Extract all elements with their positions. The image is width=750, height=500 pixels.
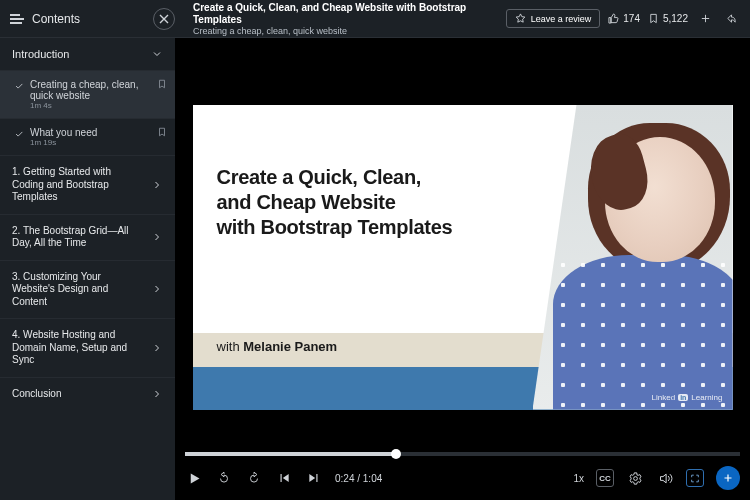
fullscreen-button[interactable] [686,469,704,487]
chevron-right-icon [151,283,163,295]
section-label: Introduction [12,48,69,60]
bookmark-icon[interactable] [157,79,167,89]
chapter-item[interactable]: 1. Getting Started with Coding and Boots… [0,155,175,214]
instructor-photo [533,105,733,410]
add-note-button[interactable] [716,466,740,490]
captions-button[interactable]: CC [596,469,614,487]
video-slide: Create a Quick, Clean, and Cheap Website… [193,105,733,410]
playback-speed[interactable]: 1x [573,473,584,484]
skip-forward-icon [307,471,321,485]
share-icon [726,13,737,24]
lesson-duration: 1m 4s [30,101,151,110]
chapter-item[interactable]: 2. The Bootstrap Grid—All Day, All the T… [0,214,175,260]
check-icon [14,129,24,139]
bookmark-icon[interactable] [157,127,167,137]
previous-button[interactable] [275,469,293,487]
rewind-icon [217,471,231,485]
star-icon [515,13,526,24]
cc-icon: CC [599,474,611,483]
forward-10-button[interactable] [245,469,263,487]
contents-label: Contents [32,12,80,26]
lesson-item[interactable]: Creating a cheap, clean, quick website 1… [0,70,175,118]
review-label: Leave a review [531,14,592,24]
section-introduction[interactable]: Introduction [0,38,175,70]
slide-title: Create a Quick, Clean, and Cheap Website… [217,165,517,240]
lesson-duration: 1m 19s [30,138,151,147]
add-button[interactable] [696,10,714,28]
linkedin-learning-badge: LinkedinLearning [652,393,723,402]
contents-toggle[interactable] [10,14,24,24]
chevron-right-icon [151,231,163,243]
lesson-item[interactable]: What you need 1m 19s [0,118,175,155]
likes-count[interactable]: 174 [608,13,640,24]
chevron-right-icon [151,342,163,354]
lesson-title: What you need [30,127,151,138]
leave-review-button[interactable]: Leave a review [506,9,601,28]
chapter-item[interactable]: 4. Website Hosting and Domain Name, Setu… [0,318,175,377]
instructor-line: with Melanie Panem [217,339,338,354]
lesson-title: Creating a cheap, clean, quick website [30,79,151,101]
saves-count[interactable]: 5,122 [648,13,688,24]
chapter-title: 1. Getting Started with Coding and Boots… [12,166,151,204]
rewind-10-button[interactable] [215,469,233,487]
chapter-title: 3. Customizing Your Website's Design and… [12,271,151,309]
chapter-title: 2. The Bootstrap Grid—All Day, All the T… [12,225,151,250]
volume-icon [658,471,673,486]
close-icon [159,14,169,24]
svg-point-0 [633,476,637,480]
chevron-right-icon [151,179,163,191]
chapter-item[interactable]: Conclusion [0,377,175,411]
play-button[interactable] [185,469,203,487]
video-area[interactable]: Create a Quick, Clean, and Cheap Website… [175,38,750,450]
share-button[interactable] [722,10,740,28]
gear-icon [628,471,643,486]
chapter-item[interactable]: 3. Customizing Your Website's Design and… [0,260,175,319]
like-icon [608,13,619,24]
next-button[interactable] [305,469,323,487]
play-icon [187,471,202,486]
fullscreen-icon [690,471,700,486]
progress-bar[interactable] [185,452,740,456]
chevron-right-icon [151,388,163,400]
volume-button[interactable] [656,469,674,487]
skip-back-icon [277,471,291,485]
plus-icon [722,472,734,484]
plus-icon [700,13,711,24]
check-icon [14,81,24,91]
forward-icon [247,471,261,485]
chevron-down-icon [151,48,163,60]
progress-thumb[interactable] [391,449,401,459]
course-title: Create a Quick, Clean, and Cheap Website… [193,2,496,26]
settings-button[interactable] [626,469,644,487]
progress-fill [185,452,396,456]
timecode: 0:24 / 1:04 [335,473,382,484]
lesson-subtitle: Creating a cheap, clean, quick website [193,26,496,36]
chapter-title: 4. Website Hosting and Domain Name, Setu… [12,329,151,367]
bookmark-icon [648,13,659,24]
close-sidebar-button[interactable] [153,8,175,30]
chapter-title: Conclusion [12,388,151,401]
course-sidebar: Introduction Creating a cheap, clean, qu… [0,38,175,500]
